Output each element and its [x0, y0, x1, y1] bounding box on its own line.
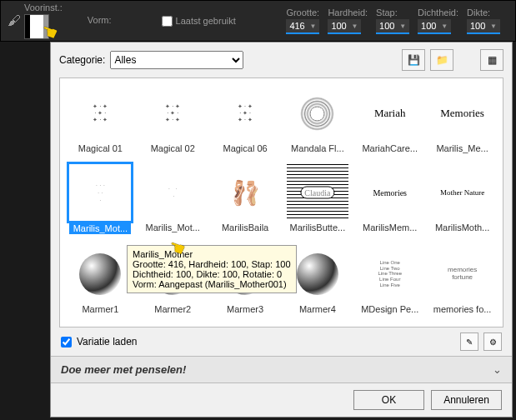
- preset-thumb: · · ·· ··: [69, 164, 131, 221]
- save-icon: 💾: [408, 54, 420, 66]
- step-label: Stap:: [376, 8, 409, 18]
- caret-icon: ▼: [309, 22, 316, 30]
- view-mode-button[interactable]: ▦: [480, 49, 503, 71]
- preset-caption: MarilisMoth...: [432, 222, 493, 232]
- preset-tooltip: Marilis_Mother Grootte: 416, Hardheid: 1…: [127, 245, 297, 293]
- thickness-section: Dikte: 100▼: [467, 8, 500, 34]
- brush-tool-icon: 🖌: [8, 13, 21, 28]
- preset-thumb: Mariah: [359, 85, 421, 142]
- preset-caption: Magical 01: [69, 143, 131, 153]
- variation-checkbox[interactable]: [61, 337, 72, 348]
- step-input[interactable]: 100▼: [376, 19, 409, 34]
- chevron-down-icon: ⌄: [493, 363, 502, 376]
- hardness-section: Hardheid: 100▼: [328, 8, 368, 34]
- preset-caption: MariahCare...: [359, 143, 421, 153]
- folder-button[interactable]: 📁: [430, 49, 453, 71]
- density-section: Dichtheid: 100▼: [418, 8, 458, 34]
- preset-cell[interactable]: Marmer1: [67, 246, 134, 320]
- tool-options-bar: 🖌 ☛ Voorinst.: Vorm: Laatst gebruikt Gro…: [0, 0, 516, 42]
- caret-icon: ▼: [399, 22, 406, 30]
- preset-thumb: Mother Nature: [432, 164, 493, 221]
- preset-cell[interactable]: Mother NatureMarilisMoth...: [428, 164, 496, 240]
- variation-label: Variatie laden: [77, 336, 138, 348]
- promo-text: Doe meer met penselen!: [61, 363, 186, 376]
- preset-caption: Magical 06: [214, 143, 276, 153]
- preset-caption: Marilis_Me...: [432, 143, 493, 153]
- pencil-icon: ✎: [466, 338, 473, 347]
- preset-thumb: Memories: [432, 85, 493, 142]
- variation-bar: Variatie laden ✎ ⚙: [51, 328, 512, 356]
- last-used-label: Laatst gebruikt: [176, 16, 236, 26]
- size-label: Grootte:: [286, 8, 319, 18]
- category-select[interactable]: Alles: [110, 51, 243, 69]
- preset-caption: memories fo...: [432, 304, 493, 314]
- preset-caption: Marmer1: [69, 304, 131, 314]
- preset-cell[interactable]: ClaudiaMarilisButte...: [284, 164, 352, 240]
- edit-variation-button[interactable]: ✎: [460, 332, 478, 351]
- last-used-checkbox-wrap: Laatst gebruikt: [162, 16, 236, 27]
- preset-cell[interactable]: ✦ · ✦· ✦ ·✦ · ✦Magical 02: [139, 85, 207, 159]
- preset-caption: Marilis_Mot...: [142, 222, 203, 232]
- category-bar: Categorie: Alles 💾 📁 ▦: [51, 42, 512, 78]
- hardness-input[interactable]: 100▼: [328, 19, 361, 34]
- save-preset-button[interactable]: 💾: [402, 49, 425, 71]
- preset-cell[interactable]: Line OneLine TwoLine ThreeLine FourLine …: [356, 246, 423, 320]
- dialog-button-bar: OK Annuleren: [51, 383, 512, 417]
- category-label: Categorie:: [59, 54, 105, 66]
- preset-caption: Marmer2: [142, 304, 203, 314]
- preset-cell[interactable]: ✦ · ✦· ✦ ·✦ · ✦Magical 06: [212, 85, 279, 159]
- preset-cell[interactable]: ✦ · ✦· ✦ ·✦ · ✦Magical 01: [67, 85, 134, 159]
- preset-cell[interactable]: · · ·· ··Marilis_Mot...: [67, 164, 134, 240]
- folder-icon: 📁: [436, 54, 448, 66]
- preset-cell[interactable]: MemoriesMarilis_Me...: [428, 85, 496, 159]
- ok-button[interactable]: OK: [353, 390, 424, 410]
- settings-variation-button[interactable]: ⚙: [483, 332, 502, 351]
- preset-thumb: ✦ · ✦· ✦ ·✦ · ✦: [142, 85, 203, 142]
- preset-cell[interactable]: memoriesfortunememories fo...: [428, 246, 496, 320]
- preset-thumb: Memories: [359, 164, 421, 221]
- density-input[interactable]: 100▼: [418, 19, 451, 34]
- preset-thumb: memoriesfortune: [432, 246, 493, 302]
- preset-caption: Marmer3: [214, 304, 276, 314]
- preset-thumb: 🩰: [214, 164, 276, 221]
- preset-cell[interactable]: MemoriesMarilisMem...: [356, 164, 423, 240]
- preset-grid[interactable]: ☛ Marilis_Mother Grootte: 416, Hardheid:…: [59, 78, 503, 328]
- cancel-button[interactable]: Annuleren: [431, 390, 502, 410]
- tooltip-line: Grootte: 416, Hardheid: 100, Stap: 100: [133, 259, 291, 269]
- tooltip-line: Vorm: Aangepast (Marilis_Mother001): [133, 279, 291, 289]
- shape-label: Vorm:: [88, 15, 112, 25]
- thickness-input[interactable]: 100▼: [467, 19, 500, 34]
- preset-thumb: [287, 85, 348, 142]
- preset-thumb: ✦ · ✦· ✦ ·✦ · ✦: [214, 85, 276, 142]
- size-input[interactable]: 416▼: [286, 19, 319, 34]
- preset-thumb: [69, 246, 131, 302]
- caret-icon: ▼: [490, 22, 497, 30]
- brush-picker-dialog: Categorie: Alles 💾 📁 ▦ ☛ Marilis_Mother …: [50, 42, 513, 418]
- density-label: Dichtheid:: [418, 8, 458, 18]
- preset-caption: MarilisButte...: [287, 222, 348, 232]
- preset-cell[interactable]: · · ·Marilis_Mot...: [139, 164, 207, 240]
- grid-icon: ▦: [488, 54, 497, 66]
- preset-cell[interactable]: 🩰MarilisBaila: [212, 164, 279, 240]
- preset-thumb: Claudia: [287, 164, 348, 221]
- caret-icon: ▼: [351, 22, 358, 30]
- last-used-checkbox[interactable]: [162, 16, 173, 27]
- size-section: Grootte: 416▼: [286, 8, 319, 34]
- preset-cell[interactable]: MariahMariahCare...: [356, 85, 423, 159]
- promo-bar[interactable]: Doe meer met penselen! ⌄: [51, 356, 512, 383]
- sliders-icon: ⚙: [489, 338, 497, 347]
- preset-cell[interactable]: Mandala Fl...: [284, 85, 352, 159]
- preset-caption: MarilisBaila: [214, 222, 276, 232]
- preset-thumb: · · ·: [142, 164, 203, 221]
- preset-thumb: ✦ · ✦· ✦ ·✦ · ✦: [69, 85, 131, 142]
- preset-caption: Marilis_Mot...: [69, 222, 131, 234]
- caret-icon: ▼: [441, 22, 448, 30]
- tooltip-line: Marilis_Mother: [133, 249, 291, 259]
- preset-caption: MarilisMem...: [359, 222, 421, 232]
- preset-caption: MDesign Pe...: [359, 304, 421, 314]
- hardness-label: Hardheid:: [328, 8, 368, 18]
- step-section: Stap: 100▼: [376, 8, 409, 34]
- thickness-label: Dikte:: [467, 8, 500, 18]
- preset-caption: Marmer4: [287, 304, 348, 314]
- preset-caption: Mandala Fl...: [287, 143, 348, 153]
